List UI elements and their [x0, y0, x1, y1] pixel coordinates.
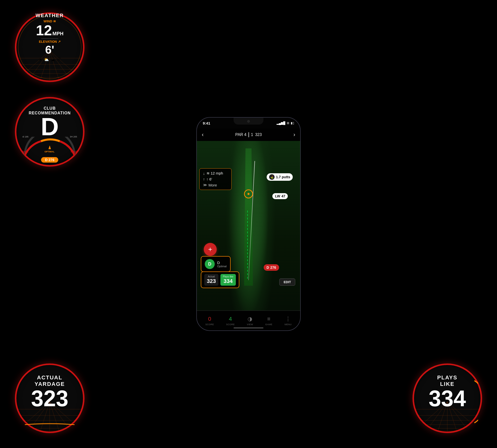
weather-elev-label: ELEVATION ↗ [39, 40, 60, 44]
plays-like-title: PLAYS LIKE [437, 374, 457, 388]
hole-number: 1 [251, 133, 253, 137]
weather-wind-value: 12 MPH [36, 23, 64, 38]
view-nav-label: VIEW [247, 323, 253, 326]
cloudy-icon: ☁ [51, 57, 55, 62]
weather-badge: WEATHER WIND ≋ 12 MPH ELEVATION ↗ 6' ☀ ⛅… [15, 12, 84, 82]
notch [234, 118, 263, 125]
par-label: PAR 4 [235, 133, 247, 137]
elevation-up-icon: ↑ [203, 177, 205, 181]
lw-label: LW [275, 194, 280, 198]
weather-overlay-panel: ↓ ≋ 12 mph ↑ ↑ 6' ≫ More [199, 168, 232, 190]
plays-like-badge: PLAYS LIKE 334 [413, 363, 482, 433]
actual-yardage-panel: Actual 323 [204, 274, 218, 286]
partly-cloudy-icon: ⛅ [44, 57, 49, 62]
wind-down-icon: ↓ [203, 171, 205, 176]
safe-label: SAFE [22, 150, 28, 153]
phone-frame: 9:41 ▂▄▆█ ⊞ ▮▯ ‹ PAR 4 1 323 › [196, 117, 301, 331]
wind-speed: ≋ 12 mph [207, 171, 223, 176]
score-icon: 0 [208, 316, 211, 322]
battery-icon: ▮▯ [291, 121, 294, 125]
weather-badge-title: WEATHER [36, 13, 64, 18]
club-name: D [217, 261, 227, 265]
plays-like-value: 334 [429, 387, 466, 410]
score2-nav-item[interactable]: 4 SCORE [226, 316, 235, 326]
camera [247, 120, 250, 123]
plays-label: Plays like [223, 275, 233, 278]
lw-badge: LW 47 [272, 193, 288, 199]
weather-icons: ☀ ⛅ ☁ ⛈ [39, 57, 61, 62]
menu-nav-label: MENU [285, 323, 292, 326]
home-indicator [234, 327, 263, 328]
optimal-label: OPTIMAL [44, 150, 55, 153]
header-title: PAR 4 1 323 [235, 132, 262, 137]
d-label: D [267, 266, 269, 269]
phone-header: ‹ PAR 4 1 323 › [197, 129, 300, 141]
next-hole-button[interactable]: › [293, 132, 295, 138]
wifi-icon: ⊞ [287, 121, 289, 125]
more-button[interactable]: ≫ More [203, 183, 228, 187]
fairway [239, 148, 258, 286]
status-time: 9:41 [203, 121, 210, 125]
yardage-panel: Actual 323 Plays like 334 [201, 271, 239, 288]
plays-like-panel: Plays like 334 [220, 274, 236, 286]
view-icon: ◑ [248, 316, 252, 322]
game-nav-label: GAME [265, 323, 272, 326]
menu-nav-item[interactable]: ⋮ MENU [285, 316, 292, 326]
game-nav-item[interactable]: ≡ GAME [265, 316, 272, 326]
d-value: 276 [270, 266, 276, 269]
menu-icon: ⋮ [285, 316, 291, 322]
flag-icon: ⛳ [269, 174, 275, 180]
score-nav-label: SCORE [205, 323, 214, 326]
edit-button[interactable]: EDIT [279, 278, 295, 286]
club-icon: D [205, 259, 215, 269]
status-icons: ▂▄▆█ ⊞ ▮▯ [277, 121, 294, 125]
wind-item: ↓ ≋ 12 mph [203, 171, 228, 176]
actual-yardage-value: 323 [31, 387, 68, 410]
actual-yardage-title: ACTUAL YARDAGE [35, 374, 65, 388]
sun-icon: ☀ [39, 57, 42, 62]
storm-icon: ⛈ [57, 57, 61, 62]
more-label: More [208, 183, 217, 187]
left-club-label: 4i 195 [22, 135, 29, 138]
club-recommendation-badge: CLUB RECOMMENDATION D SAFE OPTIMAL BOLD … [15, 97, 84, 167]
elevation-item: ↑ ↑ 6' [203, 177, 228, 181]
weather-elev-value: 6' [45, 44, 54, 56]
putt-badge: ⛳ 1.7 putts [267, 173, 293, 181]
actual-label: Actual [207, 275, 216, 278]
plays-value: 334 [223, 278, 233, 284]
d-distance-marker: D 276 [264, 264, 279, 271]
club-bottom-label: D 276 [41, 157, 58, 163]
actual-value: 323 [207, 278, 216, 284]
putt-value: 1.7 putts [276, 175, 290, 179]
signal-icon: ▂▄▆█ [277, 121, 285, 125]
shot-line-dashed [247, 211, 248, 280]
golf-course-map: ↓ ≋ 12 mph ↑ ↑ 6' ≫ More ⛳ 1.7 putts [197, 141, 300, 311]
view-nav-item[interactable]: ◑ VIEW [247, 316, 253, 326]
game-icon: ≡ [267, 316, 270, 322]
lw-value: 47 [281, 194, 285, 198]
target-dot [248, 193, 249, 195]
club-optimal-label: Optimal [217, 265, 227, 268]
score2-nav-label: SCORE [226, 323, 235, 326]
prev-hole-button[interactable]: ‹ [202, 132, 204, 138]
add-shot-button[interactable]: + [204, 243, 217, 256]
club-selection-panel[interactable]: D D Optimal [201, 256, 231, 272]
right-club-label: 3H 205 [70, 135, 77, 138]
more-icon: ≫ [203, 183, 207, 187]
elevation-value: ↑ 6' [207, 177, 212, 181]
actual-yardage-badge: ACTUAL YARDAGE 323 [15, 363, 84, 433]
club-badge-letter: D [41, 114, 59, 139]
svg-marker-13 [48, 145, 51, 149]
score2-icon: 4 [229, 316, 232, 322]
score-nav-item[interactable]: 0 SCORE [205, 316, 214, 326]
hole-yardage: 323 [255, 133, 262, 137]
target-circle[interactable] [244, 189, 253, 198]
bold-label: BOLD [71, 150, 77, 153]
